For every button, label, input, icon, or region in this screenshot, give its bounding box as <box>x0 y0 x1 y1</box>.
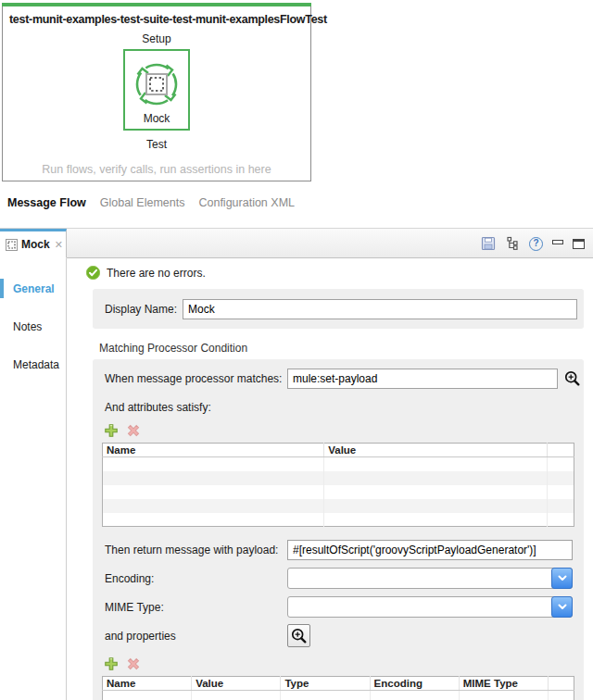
and-properties-row: and properties <box>93 624 584 647</box>
mime-type-row: MIME Type: <box>93 596 584 618</box>
encoding-row: Encoding: <box>93 568 584 589</box>
close-icon[interactable]: ✕ <box>55 239 63 251</box>
properties-tab-bar: Mock ✕ <box>0 229 593 258</box>
delete-icon[interactable] <box>126 656 141 671</box>
test-label: Test <box>3 138 310 151</box>
table-row <box>103 485 574 499</box>
chevron-down-icon[interactable] <box>551 596 573 618</box>
flow-canvas: test-munit-examples-test-suite-test-muni… <box>2 3 311 181</box>
properties-panel: Mock ✕ <box>0 228 593 700</box>
col-mime-type: MIME Type <box>459 677 548 691</box>
group-title: Matching Processor Condition <box>99 342 593 355</box>
col-name: Name <box>103 677 192 691</box>
mock-node-label: Mock <box>144 112 170 125</box>
mock-tab-icon <box>6 239 18 251</box>
properties-table[interactable]: Name Value Type Encoding MIME Type <box>102 676 574 700</box>
sidebar-item-general[interactable]: General <box>0 282 66 295</box>
chevron-down-icon[interactable] <box>551 568 573 589</box>
sidebar-item-metadata[interactable]: Metadata <box>0 358 66 371</box>
properties-toolbar-icons <box>104 656 584 671</box>
minimize-icon[interactable] <box>552 244 563 244</box>
encoding-select[interactable] <box>287 568 573 589</box>
setup-label: Setup <box>3 32 310 45</box>
table-row <box>103 471 574 485</box>
properties-sidebar: General Notes Metadata <box>0 258 67 700</box>
tab-mock-properties[interactable]: Mock ✕ <box>0 229 67 258</box>
col-type: Type <box>281 677 370 691</box>
attributes-table-header: Name Value <box>103 444 574 457</box>
col-encoding: Encoding <box>370 677 459 691</box>
studio-window: test-munit-examples-test-suite-test-muni… <box>0 0 593 700</box>
status-text: There are no errors. <box>107 267 206 280</box>
display-name-label: Display Name: <box>105 303 183 316</box>
tab-global-elements[interactable]: Global Elements <box>100 196 185 209</box>
col-extra <box>548 444 574 457</box>
payload-label: Then return message with payload: <box>105 544 287 556</box>
flow-hint: Run flows, verify calls, run assertions … <box>3 163 310 176</box>
table-row <box>103 691 574 700</box>
matching-condition-panel: When message processor matches: And attr… <box>93 359 584 700</box>
attributes-toolbar <box>104 423 584 438</box>
properties-toolbar: ? <box>481 229 585 258</box>
add-icon[interactable] <box>104 423 119 438</box>
tab-message-flow[interactable]: Message Flow <box>7 196 86 209</box>
maximize-icon[interactable] <box>573 239 585 249</box>
payload-row: Then return message with payload: <box>93 540 584 560</box>
table-row <box>103 457 574 471</box>
mime-type-select[interactable] <box>287 596 573 618</box>
tab-configuration-xml[interactable]: Configuration XML <box>198 196 295 209</box>
display-name-input[interactable] <box>183 299 577 319</box>
properties-form: There are no errors. Display Name: Match… <box>68 258 593 700</box>
magnifier-button[interactable] <box>287 624 310 647</box>
sidebar-item-notes[interactable]: Notes <box>0 320 66 333</box>
col-value: Value <box>192 677 281 691</box>
table-row <box>103 499 574 513</box>
munit-mock-icon <box>131 58 183 110</box>
matcher-input[interactable] <box>287 369 558 389</box>
matcher-label: When message processor matches: <box>105 372 287 385</box>
payload-input[interactable] <box>287 540 573 560</box>
and-properties-label: and properties <box>105 630 287 643</box>
help-icon[interactable]: ? <box>529 237 543 251</box>
add-icon[interactable] <box>104 656 119 671</box>
display-name-panel: Display Name: <box>93 289 584 329</box>
magnifier-icon[interactable] <box>564 370 581 387</box>
delete-icon[interactable] <box>126 423 141 438</box>
properties-content: General Notes Metadata There are no erro… <box>0 258 593 700</box>
tree-icon[interactable] <box>505 236 520 251</box>
mock-node[interactable]: Mock <box>123 49 190 131</box>
mime-type-label: MIME Type: <box>105 601 287 614</box>
table-row <box>103 513 574 527</box>
col-extra <box>548 677 574 691</box>
flow-title: test-munit-examples-test-suite-test-muni… <box>3 6 310 26</box>
attributes-label: And attributes satisfy: <box>105 401 584 414</box>
encoding-label: Encoding: <box>105 572 287 585</box>
editor-tab-bar: Message Flow Global Elements Configurati… <box>7 196 295 209</box>
properties-table-header: Name Value Type Encoding MIME Type <box>103 677 574 691</box>
tab-label: Mock <box>21 238 50 251</box>
status-row: There are no errors. <box>86 266 593 280</box>
col-value: Value <box>324 444 548 457</box>
save-icon[interactable] <box>481 236 496 251</box>
success-check-icon <box>86 266 100 280</box>
col-name: Name <box>103 444 324 457</box>
attributes-table[interactable]: Name Value <box>102 443 574 527</box>
matcher-row: When message processor matches: <box>93 359 584 389</box>
